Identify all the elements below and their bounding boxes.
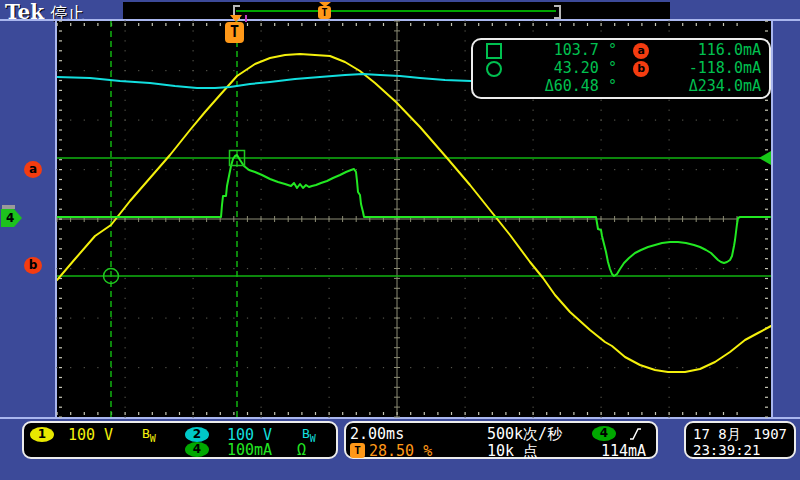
circle-cursor-icon xyxy=(486,61,502,77)
channel-scales-box: 1 100 V BW 2 100 V BW 4 100mA Ω xyxy=(22,421,338,459)
cursor-a-badge[interactable]: a xyxy=(24,161,42,178)
trigger-source-badge: 4 xyxy=(592,426,616,441)
cursor-readout-box: 103.7 ° a 116.0mA 43.20 ° b -118.0mA Δ60… xyxy=(471,38,771,99)
ch2-badge[interactable]: 2 xyxy=(185,427,209,442)
trigger-level-readout: 114mA xyxy=(601,442,646,460)
datetime-box: 17 8月 1907 23:39:21 xyxy=(684,421,796,459)
trigger-position-readout: 28.50 % xyxy=(369,442,432,460)
delta-amplitude: Δ234.0mA xyxy=(666,77,769,95)
ch1-bandwidth-icon: BW xyxy=(142,426,156,444)
ch4-ground-cap xyxy=(2,205,15,209)
oscilloscope-screen: Tek停止 T T a b 4 103.7 ° a 116.0mA xyxy=(0,0,800,480)
ch4-badge[interactable]: 4 xyxy=(185,442,209,457)
cursor-b-badge[interactable]: b xyxy=(24,257,42,274)
ohm-icon: Ω xyxy=(297,441,306,459)
cursor-b-angle: 43.20 ° xyxy=(516,59,617,77)
cursor-a-amplitude: 116.0mA xyxy=(666,41,769,59)
trigger-triangle-icon xyxy=(230,15,242,22)
square-cursor-icon xyxy=(486,43,502,59)
cursor-delta-row: Δ60.48 ° Δ234.0mA xyxy=(473,77,769,95)
trigger-t-icon: T xyxy=(350,443,365,458)
cursor-b-badge-icon: b xyxy=(633,61,649,77)
delta-angle: Δ60.48 ° xyxy=(516,77,617,95)
cursor-a-badge-icon: a xyxy=(633,43,649,59)
cursor-a-angle: 103.7 ° xyxy=(516,41,617,59)
reference-tick xyxy=(245,15,247,22)
timebase-readout: 2.00ms xyxy=(350,425,404,443)
time-readout: 23:39:21 xyxy=(693,442,760,458)
horizontal-trigger-box: 2.00ms 500k次/秒 4 T 28.50 % 10k 点 114mA xyxy=(344,421,658,459)
cursor-b-row: 43.20 ° b -118.0mA xyxy=(473,59,769,77)
cursor-b-amplitude: -118.0mA xyxy=(666,59,769,77)
cursor-a-row: 103.7 ° a 116.0mA xyxy=(473,41,769,59)
ch1-scale: 100 V xyxy=(68,426,113,444)
record-length-readout: 10k 点 xyxy=(487,442,538,461)
ch4-scale: 100mA xyxy=(227,441,272,459)
rising-slope-icon xyxy=(629,426,642,441)
ch1-badge[interactable]: 1 xyxy=(30,427,54,442)
trigger-t-icon: T xyxy=(225,22,244,43)
